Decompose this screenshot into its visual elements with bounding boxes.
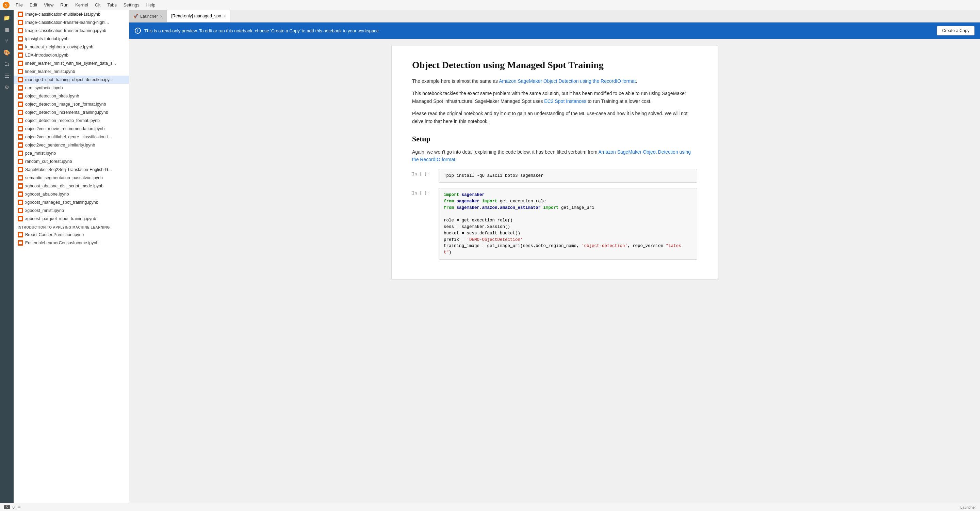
file-item[interactable]: ntm_synthetic.ipynb (14, 84, 129, 92)
menu-git[interactable]: Git (92, 2, 103, 8)
file-item[interactable]: xgboost_abalone.ipynb (14, 190, 129, 198)
file-name: managed_spot_training_object_detection.i… (25, 77, 113, 82)
notebook-icon (18, 36, 23, 42)
para1-text-before: The example here is almost the same as (412, 78, 499, 84)
sidebar-icon-panel: 📁 ◼ ⑂ 🎨 🗂 ☰ ⚙ (0, 10, 14, 503)
file-item[interactable]: object2vec_sentence_similarity.ipynb (14, 141, 129, 149)
file-item[interactable]: pca_mnist.ipynb (14, 149, 129, 157)
notebook-title: Object Detection using Managed Spot Trai… (412, 60, 697, 70)
sidebar-settings-icon[interactable]: ⚙ (2, 83, 11, 92)
file-item[interactable]: Breast Cancer Prediction.ipynb (14, 231, 129, 239)
notebook-icon (18, 77, 23, 83)
notebook-icon (18, 208, 23, 213)
notebook-icon (18, 167, 23, 172)
file-name: xgboost_abalone_dist_script_mode.ipynb (25, 184, 103, 188)
file-item[interactable]: managed_spot_training_object_detection.i… (14, 76, 129, 84)
tab-notebook[interactable]: [Read-only] managed_spo × (167, 10, 231, 22)
para2-link[interactable]: EC2 Spot Instances (544, 99, 586, 104)
notebook-icon (18, 192, 23, 197)
file-item[interactable]: object_detection_recordio_format.ipynb (14, 117, 129, 125)
sidebar-palette-icon[interactable]: 🎨 (2, 48, 11, 57)
menu-run[interactable]: Run (57, 2, 71, 8)
sidebar-list-icon[interactable]: ☰ (2, 71, 11, 80)
file-name: object_detection_recordio_format.ipynb (25, 118, 100, 123)
para2-text-after: to run Training at a lower cost. (586, 99, 651, 104)
menu-edit[interactable]: Edit (27, 2, 40, 8)
notebook-icon (18, 175, 23, 180)
file-item[interactable]: Image-classification-transfer-learning.i… (14, 27, 129, 35)
menu-kernel[interactable]: Kernel (73, 2, 91, 8)
notebook-icon (18, 93, 23, 99)
tab-bar: 🚀 Launcher × [Read-only] managed_spo × (129, 10, 980, 22)
menu-view[interactable]: View (41, 2, 56, 8)
file-item[interactable]: object2vec_movie_recommendation.ipynb (14, 125, 129, 133)
notebook-icon (18, 20, 23, 25)
file-item[interactable]: Image-classification-transfer-learning-h… (14, 18, 129, 27)
file-name: xgboost_managed_spot_training.ipynb (25, 200, 98, 205)
setup-para-1: Again, we won't go into detail explainin… (412, 148, 697, 163)
file-item[interactable]: SageMaker-Seq2Seq-Translation-English-G.… (14, 166, 129, 174)
file-name: semantic_segmentation_pascalvoc.ipynb (25, 176, 103, 180)
file-name: object_detection_image_json_format.ipynb (25, 102, 106, 107)
para1-link[interactable]: Amazon SageMaker Object Detection using … (499, 78, 636, 84)
file-name: SageMaker-Seq2Seq-Translation-English-G.… (25, 167, 112, 172)
notebook-icon (18, 126, 23, 131)
setup-heading: Setup (412, 134, 697, 144)
code-cell-2: In [ ]: import sagemaker from sagemaker … (412, 188, 697, 260)
menubar: S File Edit View Run Kernel Git Tabs Set… (0, 0, 980, 10)
file-item[interactable]: object_detection_birds.ipynb (14, 92, 129, 100)
file-name: Image-classification-multilabel-1st.ipyn… (25, 12, 100, 17)
setup-para1-after: . (455, 157, 457, 162)
sidebar-git-icon[interactable]: ⑂ (2, 36, 11, 46)
file-item[interactable]: LDA-Introduction.ipynb (14, 51, 129, 59)
file-name: Image-classification-transfer-learning.i… (25, 28, 106, 33)
file-item[interactable]: random_cut_forest.ipynb (14, 157, 129, 166)
status-gear-icon: ⚙ (18, 505, 21, 509)
notebook-icon (18, 142, 23, 148)
file-item[interactable]: linear_learner_mnist.ipynb (14, 67, 129, 76)
file-item[interactable]: ipinsights-tutorial.ipynb (14, 35, 129, 43)
cell-prompt-1: In [ ]: (412, 169, 436, 176)
file-item[interactable]: xgboost_mnist.ipynb (14, 206, 129, 215)
sidebar-filebrowser-icon[interactable]: 📁 (2, 13, 11, 22)
create-copy-button[interactable]: Create a Copy (937, 26, 975, 35)
file-name: LDA-Introduction.ipynb (25, 53, 68, 57)
cell-body-2[interactable]: import sagemaker from sagemaker import g… (439, 188, 697, 260)
file-item[interactable]: object_detection_image_json_format.ipynb (14, 100, 129, 109)
file-item[interactable]: k_nearest_neighbors_covtype.ipynb (14, 43, 129, 51)
sidebar-folder-icon[interactable]: 🗂 (2, 59, 11, 69)
file-item[interactable]: Image-classification-multilabel-1st.ipyn… (14, 10, 129, 18)
file-item[interactable]: object2vec_multilabel_genre_classificati… (14, 133, 129, 141)
menu-file[interactable]: File (13, 2, 25, 8)
notebook-icon (18, 85, 23, 91)
file-name: ntm_synthetic.ipynb (25, 86, 63, 90)
file-item[interactable]: xgboost_managed_spot_training.ipynb (14, 198, 129, 206)
file-item[interactable]: EnsembleLearnerCensusIncome.ipynb (14, 239, 129, 247)
section-header: INTRODUCTION TO APPLYING MACHINE LEARNIN… (14, 223, 129, 231)
cell-body-1[interactable]: !pip install -qU awscli boto3 sagemaker (439, 169, 697, 183)
file-item[interactable]: object_detection_incremental_training.ip… (14, 109, 129, 117)
file-name: pca_mnist.ipynb (25, 151, 56, 156)
notebook-area[interactable]: Object Detection using Managed Spot Trai… (129, 39, 980, 503)
file-item[interactable]: linear_learner_mnist_with_file_system_da… (14, 59, 129, 67)
setup-para1-before: Again, we won't go into detail explainin… (412, 149, 598, 155)
cell-prompt-2: In [ ]: (412, 188, 436, 196)
notebook-icon (18, 61, 23, 66)
tab-launcher-close[interactable]: × (160, 14, 163, 19)
file-item[interactable]: semantic_segmentation_pascalvoc.ipynb (14, 174, 129, 182)
launcher-tab-icon: 🚀 (134, 14, 138, 18)
menu-tabs[interactable]: Tabs (105, 2, 119, 8)
menu-help[interactable]: Help (143, 2, 158, 8)
notebook-icon (18, 102, 23, 107)
tab-notebook-close[interactable]: × (223, 14, 226, 18)
file-name: random_cut_forest.ipynb (25, 159, 72, 164)
file-item[interactable]: xgboost_parquet_input_training.ipynb (14, 215, 129, 223)
menu-settings[interactable]: Settings (121, 2, 142, 8)
sidebar-running-icon[interactable]: ◼ (2, 24, 11, 34)
file-list: Image-classification-multilabel-1st.ipyn… (14, 10, 129, 503)
file-item[interactable]: xgboost_abalone_dist_script_mode.ipynb (14, 182, 129, 190)
tab-launcher[interactable]: 🚀 Launcher × (129, 10, 167, 22)
notebook-para-1: The example here is almost the same as A… (412, 77, 697, 85)
status-bar: S 0 ⚙ Launcher (0, 503, 980, 511)
notebook-icon (18, 150, 23, 156)
